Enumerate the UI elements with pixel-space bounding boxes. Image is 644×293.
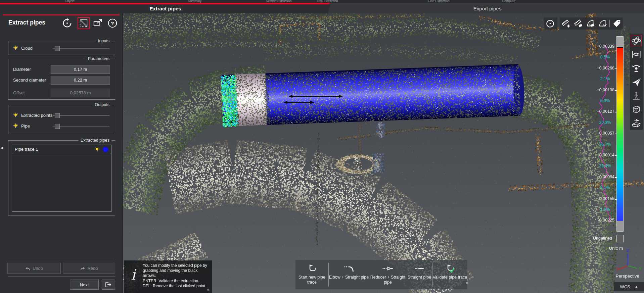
elbow-pipe-icon (343, 263, 354, 274)
help-button[interactable]: ? (107, 17, 118, 29)
straight-pipe-button[interactable]: Straight pipe (407, 260, 432, 289)
pipe-opacity-slider[interactable] (53, 126, 109, 127)
start-new-pipe-trace-button[interactable]: Start new pipe trace (295, 260, 328, 289)
info-icon: i (131, 268, 135, 282)
divider (8, 276, 115, 277)
list-item[interactable]: Pipe trace 1 (12, 145, 111, 154)
pipe-output-label: Pipe (21, 124, 30, 129)
viewport-3d[interactable]: +0,003390,5%+0,002682,1%+0,001986,3%+0,0… (123, 13, 644, 293)
button-label: Straight pipe (408, 275, 431, 280)
toolbar-more-chevron[interactable]: « (464, 282, 469, 284)
cube-view-button[interactable] (630, 102, 643, 116)
examine-mode-button[interactable] (630, 61, 643, 75)
exit-icon (105, 282, 112, 288)
constrained-orbit-icon (631, 49, 641, 59)
picking-toolbar (544, 17, 557, 30)
label-tag-button[interactable] (610, 17, 623, 30)
clear-measure-button[interactable] (572, 17, 585, 30)
next-label: Next (80, 282, 89, 287)
reducer-straight-pipe-button[interactable]: Reducer + Straight pipe (369, 260, 407, 289)
extracted-pipes-list[interactable]: Pipe trace 1 (12, 145, 111, 212)
cloud-input-label: Cloud (21, 46, 33, 51)
dashed-cube-icon (631, 104, 641, 114)
redo-icon (80, 266, 85, 271)
workflow-step-label[interactable]: Line Extraction (317, 0, 338, 3)
extracted-pipes-group: Extracted pipes Pipe trace 1 (8, 140, 115, 215)
point-target-button[interactable] (544, 17, 556, 30)
ruler-add-icon (561, 19, 570, 28)
button-label: Validate pipe trace (433, 275, 467, 280)
selection-tool-button[interactable] (78, 17, 90, 29)
undo-label: Undo (33, 266, 43, 271)
reset-button[interactable] (61, 17, 73, 29)
protractor-eraser-icon (586, 19, 595, 28)
slider-handle[interactable] (55, 113, 60, 118)
visibility-bulb-icon[interactable] (13, 123, 18, 129)
panel-collapse-arrow[interactable]: ◀ (0, 146, 3, 150)
workflow-steps-strip: ObjectSummarySection ExtractionLine Extr… (0, 0, 644, 3)
orbit-mode-button[interactable] (630, 34, 643, 47)
pipe-drag-arrow-1[interactable] (287, 93, 344, 99)
exit-workflow-button[interactable] (102, 280, 115, 290)
ruler-eraser-icon (573, 19, 583, 28)
walk-person-icon (631, 91, 641, 101)
inputs-group: Inputs Cloud (8, 41, 115, 55)
divider (8, 258, 115, 258)
axis-y-label: Y (639, 266, 641, 271)
clear-angle-button[interactable] (584, 17, 597, 30)
button-label: Start new pipe trace (295, 275, 328, 285)
workflow-step-label[interactable]: Line Extraction (428, 0, 450, 3)
manipulate-box-button[interactable] (630, 116, 643, 130)
second-diameter-label: Second diameter (13, 78, 46, 83)
extracted-points-opacity-slider[interactable] (53, 115, 109, 116)
add-measure-button[interactable] (560, 17, 572, 30)
diagonal-selection-icon (79, 19, 88, 28)
extracted-pipe-mesh[interactable] (222, 63, 520, 115)
axis-z-label: Z (627, 248, 629, 253)
workflow-step-label[interactable]: Summary (188, 0, 202, 3)
pipe-trace-label: Pipe trace 1 (15, 147, 38, 152)
toolbar-separator (609, 20, 610, 27)
cloud-opacity-slider[interactable] (53, 48, 109, 49)
axis-x-label: X (616, 266, 619, 272)
workflow-tab-row: Extract pipes Export pipes (0, 4, 644, 13)
workflow-step-label[interactable]: Object (65, 0, 74, 3)
visibility-bulb-icon[interactable] (95, 147, 100, 152)
elbow-straight-pipe-button[interactable]: Elbow + Straight pipe (329, 260, 369, 289)
redo-label: Redo (87, 266, 98, 271)
redo-button[interactable]: Redo (63, 263, 115, 274)
second-diameter-field[interactable]: 0,22 m (51, 76, 110, 85)
outputs-group: Outputs Extracted points Pipe (8, 105, 115, 134)
wcs-selector-button[interactable]: WCS ▲ (614, 282, 644, 291)
constrained-orbit-button[interactable] (630, 47, 643, 61)
validate-pipe-trace-button[interactable]: Validate pipe trace (432, 260, 467, 289)
visibility-bulb-icon[interactable] (13, 45, 18, 51)
pipe-drag-arrow-2[interactable] (282, 99, 316, 105)
paper-plane-icon (631, 77, 641, 87)
pipe-color-swatch[interactable] (103, 147, 108, 152)
info-text: You can modify the selected pipe by grab… (143, 263, 210, 289)
workflow-step-label[interactable]: Section Extraction (266, 0, 292, 3)
extract-pipes-panel: Extract pipes ? Inputs (0, 13, 123, 293)
pipe-trace-icon (307, 263, 317, 274)
tab-extract-pipes[interactable]: Extract pipes (0, 4, 331, 13)
undo-button[interactable]: Undo (7, 263, 61, 274)
angle-on-path-button[interactable] (597, 17, 609, 30)
fly-mode-button[interactable] (630, 75, 643, 89)
workflow-step-label[interactable]: Compute (502, 0, 515, 3)
undo-icon (25, 266, 31, 271)
diameter-field[interactable]: 0,17 m (51, 65, 110, 74)
next-button[interactable]: Next (70, 280, 99, 290)
button-label: Elbow + Straight pipe (329, 275, 369, 280)
visibility-bulb-icon[interactable] (13, 112, 18, 118)
navigation-toolbar (630, 34, 643, 130)
walk-mode-button[interactable] (630, 89, 643, 102)
point-cloud-scene[interactable] (123, 13, 644, 293)
info-collapse-chevron[interactable]: « (207, 287, 210, 292)
inputs-legend: Inputs (96, 39, 111, 43)
svg-text:?: ? (111, 20, 114, 26)
slider-handle[interactable] (55, 124, 60, 129)
export-view-button[interactable] (92, 17, 103, 29)
slider-handle[interactable] (55, 46, 60, 51)
pipe-trace-toolbar: Start new pipe trace Elbow + Straight pi… (295, 260, 467, 289)
